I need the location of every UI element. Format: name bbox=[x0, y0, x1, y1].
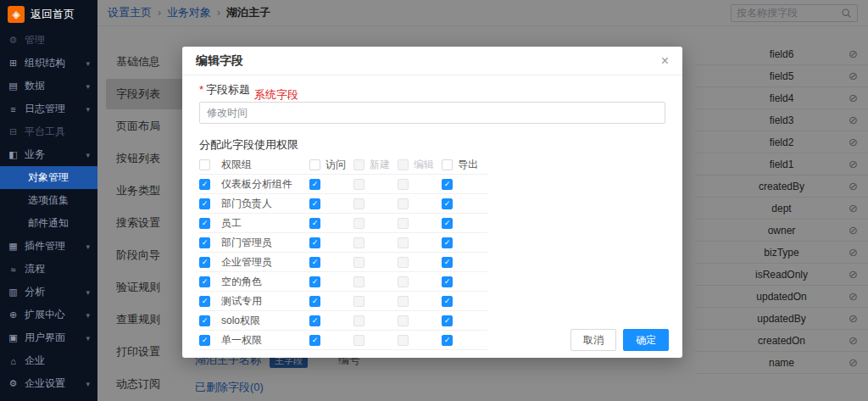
visit-checkbox[interactable] bbox=[309, 179, 320, 190]
modal-title: 编辑字段 bbox=[196, 53, 243, 69]
row-select-checkbox[interactable] bbox=[199, 296, 210, 307]
permission-row: 部门负责人 bbox=[199, 194, 487, 214]
permission-table-header: 权限组 访问 新建 编辑 导出 bbox=[199, 156, 487, 175]
export-checkbox[interactable] bbox=[442, 198, 453, 209]
sidebar-item-icon: ≈ bbox=[8, 265, 19, 275]
row-select-checkbox[interactable] bbox=[199, 237, 210, 248]
sidebar-item-icon: ⌂ bbox=[8, 356, 19, 366]
row-select-checkbox[interactable] bbox=[199, 198, 210, 209]
create-checkbox bbox=[353, 237, 364, 248]
permission-rows: 仪表板分析组件 部门负责人 bbox=[199, 175, 487, 350]
create-checkbox bbox=[353, 315, 364, 326]
sidebar-item-icon: ◧ bbox=[8, 149, 19, 160]
sidebar-item-icon: ▣ bbox=[8, 332, 19, 343]
permission-row: 部门管理员 bbox=[199, 233, 487, 253]
modal-body: *字段标题 系统字段 分配此字段使用权限 权限组 访问 新建 编辑 bbox=[182, 75, 682, 350]
visit-checkbox[interactable] bbox=[309, 276, 320, 287]
sidebar-item-icon: ⚙ bbox=[8, 35, 19, 46]
export-checkbox[interactable] bbox=[442, 257, 453, 268]
permission-row: 空的角色 bbox=[199, 272, 487, 292]
sidebar-item[interactable]: ⊟ 平台工具 bbox=[0, 120, 97, 143]
perm-col-create-label: 新建 bbox=[370, 158, 390, 172]
sidebar-item-label: 业务 bbox=[25, 148, 45, 162]
row-select-checkbox[interactable] bbox=[199, 257, 210, 268]
sidebar-item[interactable]: ⌂ 企业 bbox=[0, 349, 97, 372]
sidebar-item-icon: ≡ bbox=[8, 104, 19, 114]
cancel-button[interactable]: 取消 bbox=[570, 329, 616, 351]
visit-checkbox[interactable] bbox=[309, 237, 320, 248]
field-title-input[interactable] bbox=[199, 102, 665, 124]
chevron-down-icon: ▾ bbox=[86, 334, 90, 343]
sidebar-item[interactable]: ⊞ 组织结构 ▾ bbox=[0, 52, 97, 75]
visit-all-checkbox[interactable] bbox=[309, 159, 320, 170]
export-checkbox[interactable] bbox=[442, 237, 453, 248]
export-checkbox[interactable] bbox=[442, 335, 453, 346]
chevron-down-icon: ▾ bbox=[86, 242, 90, 251]
sidebar-item[interactable]: ≡ 日志管理 ▾ bbox=[0, 97, 97, 120]
visit-checkbox[interactable] bbox=[309, 296, 320, 307]
sidebar-item[interactable]: 选项值集 bbox=[0, 189, 97, 212]
export-checkbox[interactable] bbox=[442, 179, 453, 190]
select-all-checkbox[interactable] bbox=[199, 159, 210, 170]
sidebar-item-label: 流程 bbox=[25, 262, 45, 276]
sidebar-item[interactable]: ≈ 流程 bbox=[0, 258, 97, 281]
create-all-checkbox bbox=[353, 159, 364, 170]
sidebar-item[interactable]: ▥ 分析 ▾ bbox=[0, 281, 97, 304]
sidebar-item-icon: ▦ bbox=[8, 241, 19, 252]
perm-col-export-label: 导出 bbox=[458, 158, 478, 172]
edit-checkbox bbox=[398, 315, 409, 326]
sidebar-item-icon: ⚙ bbox=[8, 378, 19, 389]
system-field-annotation: 系统字段 bbox=[254, 87, 298, 103]
permission-group-name: 单一权限 bbox=[221, 333, 309, 348]
sidebar-item-icon: ⊟ bbox=[8, 126, 19, 137]
sidebar-item[interactable]: ◧ 业务 ▾ bbox=[0, 143, 97, 166]
sidebar-item[interactable]: ▦ 插件管理 ▾ bbox=[0, 235, 97, 258]
row-select-checkbox[interactable] bbox=[199, 179, 210, 190]
edit-checkbox bbox=[398, 257, 409, 268]
sidebar-item[interactable]: ⚙ 企业设置 ▾ bbox=[0, 372, 97, 395]
row-select-checkbox[interactable] bbox=[199, 315, 210, 326]
back-home-button[interactable]: ◈ 返回首页 bbox=[0, 0, 97, 29]
export-checkbox[interactable] bbox=[442, 296, 453, 307]
sidebar-item[interactable]: ◉ 系统安全 bbox=[0, 395, 97, 401]
export-checkbox[interactable] bbox=[442, 218, 453, 229]
chevron-down-icon: ▾ bbox=[86, 59, 90, 68]
sidebar-item[interactable]: ⚙ 管理 bbox=[0, 29, 97, 52]
row-select-checkbox[interactable] bbox=[199, 335, 210, 346]
visit-checkbox[interactable] bbox=[309, 198, 320, 209]
sidebar-item[interactable]: ▤ 数据 ▾ bbox=[0, 75, 97, 97]
sidebar-item[interactable]: ▣ 用户界面 ▾ bbox=[0, 326, 97, 349]
modal-footer: 取消 确定 bbox=[570, 329, 669, 351]
sidebar-item-icon: ⊕ bbox=[8, 309, 19, 320]
close-icon[interactable]: × bbox=[661, 54, 669, 68]
visit-checkbox[interactable] bbox=[309, 315, 320, 326]
export-checkbox[interactable] bbox=[442, 276, 453, 287]
export-checkbox[interactable] bbox=[442, 315, 453, 326]
back-home-label: 返回首页 bbox=[31, 7, 75, 22]
perm-col-visit-label: 访问 bbox=[326, 158, 346, 172]
row-select-checkbox[interactable] bbox=[199, 218, 210, 229]
create-checkbox bbox=[353, 335, 364, 346]
visit-checkbox[interactable] bbox=[309, 218, 320, 229]
permission-group-name: 空的角色 bbox=[221, 275, 309, 289]
permission-group-name: 仪表板分析组件 bbox=[221, 177, 309, 192]
sidebar-item-label: 对象管理 bbox=[28, 170, 69, 185]
create-checkbox bbox=[353, 198, 364, 209]
visit-checkbox[interactable] bbox=[309, 257, 320, 268]
ok-button[interactable]: 确定 bbox=[623, 329, 669, 351]
edit-checkbox bbox=[398, 237, 409, 248]
required-mark: * bbox=[199, 83, 203, 96]
sidebar-item-icon: ▤ bbox=[8, 81, 19, 92]
permission-group-name: 部门管理员 bbox=[221, 236, 309, 250]
sidebar-item[interactable]: 对象管理 bbox=[0, 166, 97, 189]
export-all-checkbox[interactable] bbox=[442, 159, 453, 170]
create-checkbox bbox=[353, 276, 364, 287]
sidebar-item-icon: ▥ bbox=[8, 287, 19, 298]
permission-group-name: 测试专用 bbox=[221, 294, 309, 309]
row-select-checkbox[interactable] bbox=[199, 276, 210, 287]
sidebar-item[interactable]: ⊕ 扩展中心 ▾ bbox=[0, 304, 97, 326]
visit-checkbox[interactable] bbox=[309, 335, 320, 346]
permission-group-name: 企业管理员 bbox=[221, 255, 309, 270]
perm-col-group-label: 权限组 bbox=[221, 158, 309, 172]
sidebar-item[interactable]: 邮件通知 bbox=[0, 212, 97, 235]
